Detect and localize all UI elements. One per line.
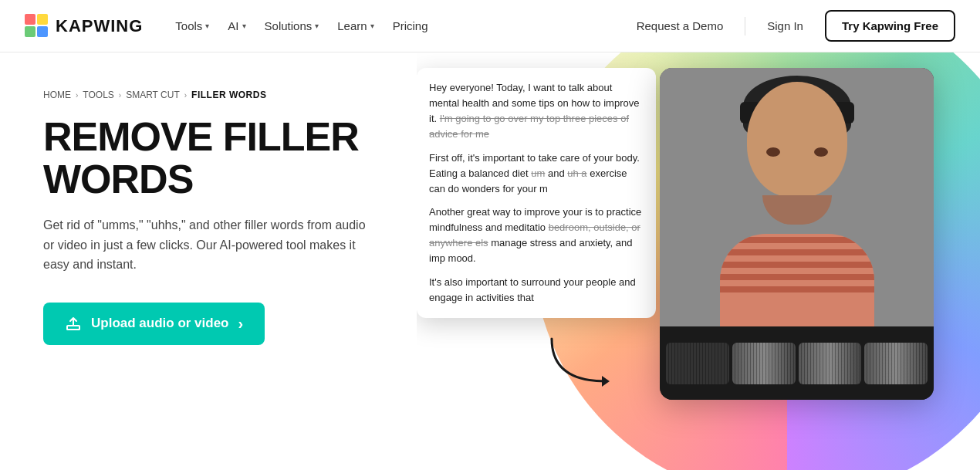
- breadcrumb-current: FILLER WORDS: [191, 90, 266, 100]
- transcript-para-2: First off, it's important to take care o…: [429, 150, 644, 197]
- transcript-card: Hey everyone! Today, I want to talk abou…: [417, 68, 656, 318]
- logo-text: KAPWING: [56, 16, 143, 36]
- chevron-down-icon: ▾: [315, 22, 319, 30]
- svg-rect-1: [37, 14, 48, 25]
- page-title: REMOVE FILLER WORDS: [43, 116, 386, 200]
- navigation: KAPWING Tools ▾ AI ▾ Solutions ▾ Learn ▾…: [0, 0, 980, 52]
- upload-button[interactable]: Upload audio or video ›: [43, 303, 265, 345]
- nav-pricing[interactable]: Pricing: [385, 13, 436, 39]
- breadcrumb: HOME › TOOLS › SMART CUT › FILLER WORDS: [43, 90, 386, 100]
- upload-icon: [65, 315, 82, 332]
- svg-rect-2: [25, 26, 35, 37]
- shirt-stripes: [720, 234, 874, 326]
- try-free-button[interactable]: Try Kapwing Free: [825, 10, 955, 42]
- logo[interactable]: KAPWING: [25, 14, 143, 39]
- video-person: [660, 68, 934, 326]
- chevron-down-icon: ▾: [242, 22, 246, 30]
- breadcrumb-tools[interactable]: TOOLS: [83, 90, 113, 100]
- hero-subtext: Get rid of "umms," "uhhs," and other fil…: [43, 215, 367, 275]
- timeline-clip-3: [799, 343, 862, 384]
- transcript-para-3: Another great way to improve your is to …: [429, 205, 644, 267]
- transcript-para-4: It's also important to surround your peo…: [429, 275, 644, 306]
- breadcrumb-smart-cut[interactable]: SMART CUT: [126, 90, 180, 100]
- timeline-clip-4: [864, 343, 928, 384]
- logo-icon: [25, 14, 49, 39]
- svg-rect-3: [37, 26, 48, 37]
- nav-learn[interactable]: Learn ▾: [329, 13, 381, 39]
- timeline-clip-2: [732, 343, 796, 384]
- hero-right: Hey everyone! Today, I want to talk abou…: [417, 52, 980, 470]
- nav-right: Request a Demo Sign In Try Kapwing Free: [624, 10, 955, 42]
- person-head: [747, 82, 847, 198]
- arrow-icon: ›: [238, 315, 244, 333]
- svg-rect-0: [25, 14, 35, 25]
- nav-ai[interactable]: AI ▾: [220, 13, 253, 39]
- request-demo-button[interactable]: Request a Demo: [624, 13, 736, 39]
- svg-marker-5: [602, 376, 610, 387]
- nav-solutions[interactable]: Solutions ▾: [257, 13, 327, 39]
- breadcrumb-sep: ›: [76, 91, 78, 100]
- video-frame: [660, 68, 934, 400]
- sign-in-button[interactable]: Sign In: [755, 13, 816, 39]
- arrow-graphic: [536, 331, 637, 393]
- nav-tools[interactable]: Tools ▾: [167, 13, 217, 39]
- main-content: HOME › TOOLS › SMART CUT › FILLER WORDS …: [0, 52, 980, 470]
- person-body: [720, 234, 874, 326]
- nav-links: Tools ▾ AI ▾ Solutions ▾ Learn ▾ Pricing: [167, 13, 435, 39]
- video-timeline: [660, 326, 934, 400]
- timeline-clip-1: [666, 343, 729, 384]
- breadcrumb-sep: ›: [119, 91, 121, 100]
- nav-divider: [745, 17, 745, 36]
- nav-left: KAPWING Tools ▾ AI ▾ Solutions ▾ Learn ▾…: [25, 13, 436, 39]
- breadcrumb-home[interactable]: HOME: [43, 90, 71, 100]
- breadcrumb-sep: ›: [184, 91, 187, 100]
- hero-left: HOME › TOOLS › SMART CUT › FILLER WORDS …: [0, 52, 417, 470]
- chevron-down-icon: ▾: [205, 22, 209, 30]
- chevron-down-icon: ▾: [370, 22, 374, 30]
- transcript-para-1: Hey everyone! Today, I want to talk abou…: [429, 80, 644, 143]
